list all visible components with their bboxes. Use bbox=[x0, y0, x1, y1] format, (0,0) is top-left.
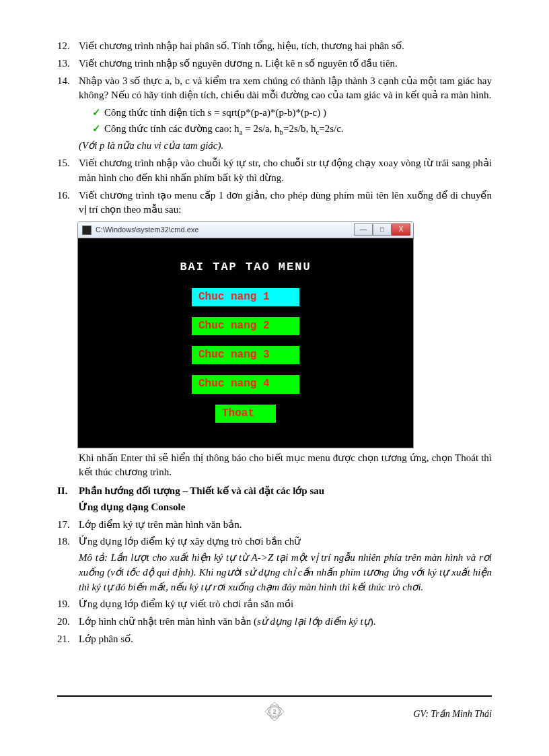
section-subtitle: Ứng dụng dạng Console bbox=[79, 500, 492, 515]
item-text: Viết chương trình tạo menu cấp 1 đơn giả… bbox=[79, 188, 492, 218]
item-number: 17. bbox=[57, 518, 79, 532]
footer-divider bbox=[57, 695, 492, 697]
footer-author: GV: Trần Minh Thái bbox=[413, 708, 492, 721]
list-item: 16. Viết chương trình tạo menu cấp 1 đơn… bbox=[57, 188, 492, 218]
item-number: 20. bbox=[57, 615, 79, 629]
menu-item-2[interactable]: Chuc nang 2 bbox=[192, 317, 299, 335]
exercise-list: 12. Viết chương trình nhập hai phân số. … bbox=[57, 39, 492, 217]
section-roman: II. bbox=[57, 484, 79, 499]
item-number: 21. bbox=[57, 632, 79, 647]
window-controls: — □ X bbox=[354, 224, 410, 236]
cmd-path: C:\Windows\system32\cmd.exe bbox=[96, 225, 198, 236]
item-text: Lớp điểm ký tự trên màn hình văn bản. bbox=[79, 518, 492, 532]
item-text: Lớp hình chữ nhật trên màn hình văn bản … bbox=[79, 615, 492, 629]
menu-item-4[interactable]: Chuc nang 4 bbox=[192, 375, 299, 393]
list-item: 21. Lớp phân số. bbox=[57, 632, 492, 647]
item-text: Ứng dụng lớp điểm ký tự viết trò chơi rắ… bbox=[79, 597, 492, 612]
item-number: 18. bbox=[57, 535, 79, 594]
section-title: Phần hướng đối tượng – Thiết kế và cài đ… bbox=[79, 484, 324, 499]
menu-item-3[interactable]: Chuc nang 3 bbox=[192, 346, 299, 364]
list-item: 15. Viết chương trình nhập vào chuỗi ký … bbox=[57, 156, 492, 186]
exercise-list-2: 17. Lớp điểm ký tự trên màn hình văn bản… bbox=[57, 518, 492, 647]
maximize-button[interactable]: □ bbox=[373, 224, 392, 236]
menu-item-1[interactable]: Chuc nang 1 bbox=[192, 288, 299, 306]
section-heading: II. Phần hướng đối tượng – Thiết kế và c… bbox=[57, 484, 492, 499]
item-text: Viết chương trình nhập vào chuỗi ký tự s… bbox=[79, 156, 492, 186]
item-text: Viết chương trình nhập số nguyên dương n… bbox=[79, 57, 492, 71]
formula-note: (Với p là nữa chu vi của tam giác). bbox=[79, 139, 492, 153]
item-text: Nhập vào 3 số thực a, b, c và kiểm tra x… bbox=[79, 74, 492, 154]
page-footer: 2 GV: Trần Minh Thái bbox=[57, 695, 492, 728]
cmd-titlebar: C:\Windows\system32\cmd.exe — □ X bbox=[78, 222, 413, 238]
item-number: 16. bbox=[57, 188, 79, 218]
menu-title: BAI TAP TAO MENU bbox=[85, 259, 406, 276]
item-number: 19. bbox=[57, 597, 79, 612]
formula-list: Công thức tính diện tích s = sqrt(p*(p-a… bbox=[79, 106, 492, 137]
close-button[interactable]: X bbox=[392, 224, 410, 236]
item-text: Viết chương trình nhập hai phân số. Tính… bbox=[79, 39, 492, 54]
list-item: 14. Nhập vào 3 số thực a, b, c và kiểm t… bbox=[57, 74, 492, 154]
minimize-button[interactable]: — bbox=[354, 224, 373, 236]
item-number: 15. bbox=[57, 156, 79, 186]
item-16-after: Khi nhấn Enter thì sẽ hiển thị thông báo… bbox=[79, 451, 492, 481]
svg-text:2: 2 bbox=[273, 708, 277, 715]
list-item: 12. Viết chương trình nhập hai phân số. … bbox=[57, 39, 492, 54]
cmd-body: BAI TAP TAO MENU Chuc nang 1 Chuc nang 2… bbox=[78, 238, 413, 448]
page-ornament-icon: 2 bbox=[261, 698, 288, 725]
item-number: 12. bbox=[57, 39, 79, 54]
item-text: Lớp phân số. bbox=[79, 632, 492, 647]
menu-item-exit[interactable]: Thoat bbox=[215, 405, 276, 423]
cmd-window: C:\Windows\system32\cmd.exe — □ X BAI TA… bbox=[77, 221, 414, 448]
list-item: 18. Ứng dụng lớp điểm ký tự xây dựng trò… bbox=[57, 535, 492, 594]
cmd-icon bbox=[82, 226, 92, 235]
list-item: 17. Lớp điểm ký tự trên màn hình văn bản… bbox=[57, 518, 492, 532]
formula-item: Công thức tính diện tích s = sqrt(p*(p-a… bbox=[92, 106, 492, 121]
list-item: 19. Ứng dụng lớp điểm ký tự viết trò chơ… bbox=[57, 597, 492, 612]
item-text: Ứng dụng lớp điểm ký tự xây dựng trò chơ… bbox=[79, 535, 492, 594]
item-desc: Mô tả: Lần lượt cho xuất hiện ký tự từ A… bbox=[79, 551, 492, 594]
item-number: 13. bbox=[57, 57, 79, 71]
list-item: 20. Lớp hình chữ nhật trên màn hình văn … bbox=[57, 615, 492, 629]
list-item: 13. Viết chương trình nhập số nguyên dươ… bbox=[57, 57, 492, 71]
item-number: 14. bbox=[57, 74, 79, 154]
formula-item: Công thức tính các đường cao: ha = 2s/a,… bbox=[92, 122, 492, 138]
